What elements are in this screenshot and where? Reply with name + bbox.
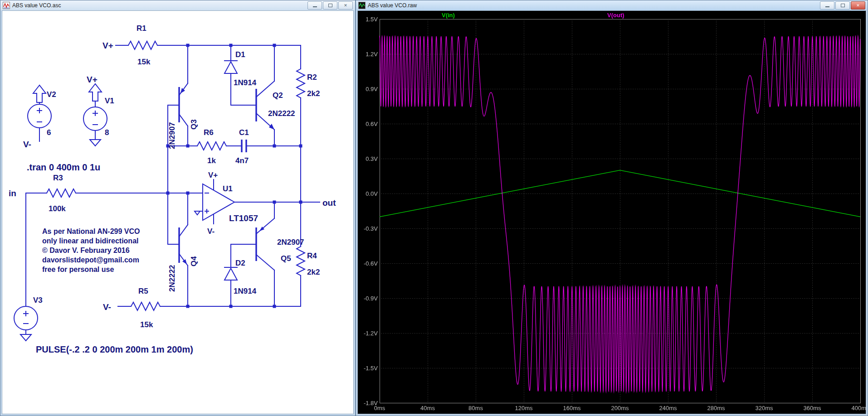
y-tick-label: 0.6V bbox=[358, 121, 378, 127]
label-r6-value[interactable]: 1k bbox=[207, 156, 216, 165]
y-tick-label: -0.3V bbox=[358, 225, 378, 232]
ltspice-schematic-icon bbox=[3, 2, 10, 9]
label-r2[interactable]: R2 bbox=[307, 73, 317, 82]
label-v2[interactable]: V2 bbox=[47, 90, 56, 99]
label-r6[interactable]: R6 bbox=[204, 128, 214, 137]
waveform-plot[interactable] bbox=[358, 11, 866, 414]
label-r1[interactable]: R1 bbox=[137, 24, 146, 33]
label-q5[interactable]: Q5 bbox=[281, 254, 291, 263]
label-directive-tran[interactable]: .tran 0 400m 0 1u bbox=[27, 162, 100, 172]
label-net-vplus-v1[interactable]: V+ bbox=[87, 75, 98, 84]
y-tick-label: 1.5V bbox=[358, 16, 378, 23]
label-c1-value[interactable]: 4n7 bbox=[235, 156, 249, 165]
comment-line: davorslistdepot@gmail.com bbox=[42, 256, 139, 264]
minimize-button[interactable] bbox=[820, 1, 834, 10]
label-r5[interactable]: R5 bbox=[138, 287, 148, 295]
x-tick-label: 320ms bbox=[751, 405, 778, 411]
y-tick-label: 0.3V bbox=[358, 155, 378, 162]
label-v1[interactable]: V1 bbox=[105, 97, 114, 105]
waveform-window: ABS value VCO.raw ✕ V(in) V(out) 1.5V1.2… bbox=[356, 0, 868, 416]
label-v1-value[interactable]: 8 bbox=[105, 128, 109, 137]
label-net-vplus-top[interactable]: V+ bbox=[102, 41, 113, 50]
label-q5-value[interactable]: 2N2907 bbox=[277, 238, 304, 247]
y-tick-label: -1.5V bbox=[358, 365, 378, 372]
label-net-vminus-v2[interactable]: V- bbox=[23, 140, 31, 149]
schematic-canvas[interactable]: V+ R1 15k D1 1N914 R2 2k2 Q2 2N2222 2N29… bbox=[2, 10, 354, 414]
diode-d2[interactable] bbox=[224, 244, 256, 306]
x-tick-label: 280ms bbox=[702, 405, 730, 411]
schematic-titlebar[interactable]: ABS value VCO.asc ✕ bbox=[0, 0, 355, 10]
label-r3-value[interactable]: 100k bbox=[49, 204, 66, 213]
trace-label-vin[interactable]: V(in) bbox=[442, 12, 455, 19]
source-v1[interactable] bbox=[83, 84, 107, 146]
label-u1[interactable]: U1 bbox=[223, 184, 233, 193]
x-tick-label: 240ms bbox=[654, 405, 682, 411]
label-v3[interactable]: V3 bbox=[33, 296, 43, 305]
label-opamp-vplus[interactable]: V+ bbox=[208, 171, 218, 179]
label-opamp-vminus[interactable]: V- bbox=[207, 227, 215, 236]
label-net-vminus-bottom[interactable]: V- bbox=[103, 302, 111, 312]
comment-line: © Davor V. February 2016 bbox=[42, 247, 130, 254]
trace-label-vout[interactable]: V(out) bbox=[607, 12, 624, 19]
close-button[interactable]: ✕ bbox=[338, 1, 353, 10]
x-tick-label: 120ms bbox=[510, 405, 537, 411]
close-button[interactable]: ✕ bbox=[851, 1, 865, 10]
label-d1[interactable]: D1 bbox=[235, 50, 245, 59]
label-v2-value[interactable]: 6 bbox=[47, 128, 51, 137]
label-q2[interactable]: Q2 bbox=[273, 91, 283, 100]
restore-icon bbox=[841, 4, 845, 7]
ground-icon bbox=[20, 334, 31, 341]
label-q2-value[interactable]: 2N2222 bbox=[268, 109, 295, 118]
label-directive-pulse[interactable]: PULSE(-.2 .2 0 200m 200m 1m 200m) bbox=[36, 344, 193, 354]
label-net-in[interactable]: in bbox=[9, 189, 16, 198]
restore-button[interactable] bbox=[835, 1, 850, 10]
y-tick-label: -0.9V bbox=[358, 295, 378, 302]
y-tick-label: 0.9V bbox=[358, 86, 378, 92]
capacitor-c1[interactable] bbox=[242, 140, 246, 152]
waveform-client[interactable]: V(in) V(out) 1.5V1.2V0.9V0.6V0.3V0.0V-0.… bbox=[357, 10, 866, 414]
label-c1[interactable]: C1 bbox=[239, 128, 249, 137]
x-tick-label: 80ms bbox=[462, 405, 489, 411]
y-tick-label: 1.2V bbox=[358, 51, 378, 58]
label-d2[interactable]: D2 bbox=[235, 259, 245, 267]
comment-line: free for personal use bbox=[42, 266, 114, 273]
transistor-q5[interactable] bbox=[256, 202, 274, 306]
y-tick-label: 0.0V bbox=[358, 190, 378, 197]
x-tick-label: 200ms bbox=[606, 405, 634, 411]
waveform-titlebar[interactable]: ABS value VCO.raw ✕ bbox=[356, 0, 868, 10]
label-r4-value[interactable]: 2k2 bbox=[307, 268, 320, 276]
transistor-q2[interactable] bbox=[256, 45, 274, 146]
label-r4[interactable]: R4 bbox=[307, 252, 317, 260]
minimize-icon bbox=[825, 6, 829, 7]
label-q3[interactable]: Q3 bbox=[190, 119, 198, 130]
ground-icon bbox=[90, 140, 101, 146]
x-tick-label: 40ms bbox=[414, 405, 441, 411]
x-tick-label: 0ms bbox=[366, 405, 393, 411]
minimize-icon bbox=[313, 6, 317, 7]
ltspice-waveform-icon bbox=[358, 2, 366, 9]
label-q4-value[interactable]: 2N2222 bbox=[168, 265, 176, 292]
restore-button[interactable] bbox=[323, 1, 337, 10]
comment-line: only linear and bidirectional bbox=[42, 237, 138, 245]
comment-line: As per National AN-299 VCO bbox=[42, 227, 140, 235]
label-q3-value[interactable]: 2N2907 bbox=[168, 122, 176, 149]
close-icon: ✕ bbox=[344, 4, 347, 8]
label-u1-value[interactable]: LT1057 bbox=[229, 213, 258, 223]
schematic-window: ABS value VCO.asc ✕ bbox=[0, 0, 356, 416]
y-tick-label: -0.6V bbox=[358, 260, 378, 267]
label-r3[interactable]: R3 bbox=[53, 174, 63, 182]
label-r5-value[interactable]: 15k bbox=[140, 320, 153, 329]
waveform-window-title: ABS value VCO.raw bbox=[368, 2, 417, 9]
label-d1-value[interactable]: 1N914 bbox=[234, 78, 257, 87]
restore-icon bbox=[328, 4, 332, 7]
label-r1-value[interactable]: 15k bbox=[137, 58, 151, 66]
minimize-button[interactable] bbox=[307, 1, 322, 10]
label-r2-value[interactable]: 2k2 bbox=[307, 89, 320, 98]
source-v3[interactable] bbox=[14, 306, 38, 341]
label-q4[interactable]: Q4 bbox=[190, 256, 198, 266]
x-tick-label: 400ms bbox=[847, 405, 866, 411]
label-net-out[interactable]: out bbox=[322, 198, 336, 208]
label-d2-value[interactable]: 1N914 bbox=[234, 287, 257, 295]
comment-block[interactable]: As per National AN-299 VCO only linear a… bbox=[42, 227, 140, 273]
x-tick-label: 160ms bbox=[558, 405, 585, 411]
